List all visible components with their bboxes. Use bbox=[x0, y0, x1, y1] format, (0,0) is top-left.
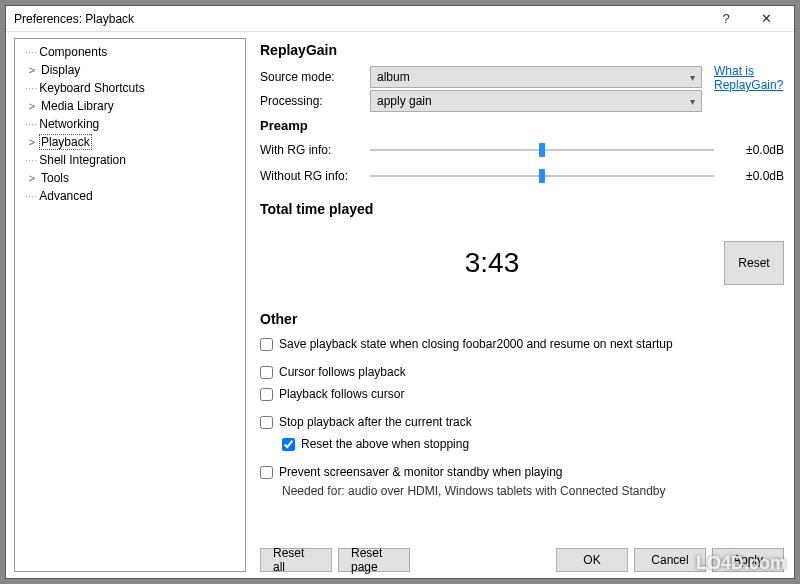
tree-item-label: Playback bbox=[39, 134, 92, 150]
playback-follows-label: Playback follows cursor bbox=[279, 387, 404, 401]
stop-after-label: Stop playback after the current track bbox=[279, 415, 472, 429]
tree-expand-icon[interactable]: > bbox=[25, 100, 39, 112]
chevron-down-icon: ▾ bbox=[690, 96, 695, 107]
tree-item-networking[interactable]: ····Networking bbox=[15, 115, 245, 133]
tree-expand-icon[interactable]: > bbox=[25, 64, 39, 76]
without-rg-value: ±0.0dB bbox=[714, 169, 784, 183]
prevent-ss-label: Prevent screensaver & monitor standby wh… bbox=[279, 465, 562, 479]
processing-label: Processing: bbox=[260, 94, 370, 108]
prevent-ss-checkbox[interactable] bbox=[260, 466, 273, 479]
without-rg-label: Without RG info: bbox=[260, 169, 370, 183]
processing-dropdown[interactable]: apply gain ▾ bbox=[370, 90, 702, 112]
tree-dotted-icon: ···· bbox=[25, 118, 37, 130]
tree-item-media-library[interactable]: >Media Library bbox=[15, 97, 245, 115]
processing-value: apply gain bbox=[377, 94, 432, 108]
preferences-window: Preferences: Playback ? ✕ ····Components… bbox=[5, 5, 795, 579]
tree-item-keyboard-shortcuts[interactable]: ····Keyboard Shortcuts bbox=[15, 79, 245, 97]
help-button[interactable]: ? bbox=[706, 7, 746, 31]
replaygain-title: ReplayGain bbox=[260, 42, 784, 58]
tree-dotted-icon: ···· bbox=[25, 82, 37, 94]
tree-item-label: Media Library bbox=[39, 99, 114, 113]
prevent-ss-checkbox-row[interactable]: Prevent screensaver & monitor standby wh… bbox=[260, 465, 784, 479]
tree-item-components[interactable]: ····Components bbox=[15, 43, 245, 61]
stop-after-checkbox[interactable] bbox=[260, 416, 273, 429]
reset-page-button[interactable]: Reset page bbox=[338, 548, 410, 572]
save-state-label: Save playback state when closing foobar2… bbox=[279, 337, 673, 351]
prevent-ss-hint: Needed for: audio over HDMI, Windows tab… bbox=[282, 484, 784, 498]
tree-item-tools[interactable]: >Tools bbox=[15, 169, 245, 187]
tree-item-label: Display bbox=[39, 63, 80, 77]
reset-time-button[interactable]: Reset bbox=[724, 241, 784, 285]
tree-expand-icon[interactable]: > bbox=[25, 136, 39, 148]
tree-dotted-icon: ···· bbox=[25, 46, 37, 58]
tree-item-label: Networking bbox=[37, 117, 99, 131]
tree-item-label: Keyboard Shortcuts bbox=[37, 81, 144, 95]
reset-above-label: Reset the above when stopping bbox=[301, 437, 469, 451]
cursor-follows-checkbox-row[interactable]: Cursor follows playback bbox=[260, 365, 784, 379]
cancel-button[interactable]: Cancel bbox=[634, 548, 706, 572]
reset-above-checkbox-row[interactable]: Reset the above when stopping bbox=[282, 437, 784, 451]
apply-button[interactable]: Apply bbox=[712, 548, 784, 572]
with-rg-label: With RG info: bbox=[260, 143, 370, 157]
source-mode-value: album bbox=[377, 70, 410, 84]
reset-all-button[interactable]: Reset all bbox=[260, 548, 332, 572]
ok-button[interactable]: OK bbox=[556, 548, 628, 572]
reset-above-checkbox[interactable] bbox=[282, 438, 295, 451]
cursor-follows-checkbox[interactable] bbox=[260, 366, 273, 379]
total-time-title: Total time played bbox=[260, 201, 784, 217]
cursor-follows-label: Cursor follows playback bbox=[279, 365, 406, 379]
titlebar: Preferences: Playback ? ✕ bbox=[6, 6, 794, 32]
tree-item-label: Components bbox=[37, 45, 107, 59]
dialog-body: ····Components>Display····Keyboard Short… bbox=[6, 32, 794, 578]
content-panel: ReplayGain Source mode: album ▾ Processi… bbox=[250, 32, 794, 578]
tree-item-label: Tools bbox=[39, 171, 69, 185]
source-mode-dropdown[interactable]: album ▾ bbox=[370, 66, 702, 88]
playback-follows-checkbox[interactable] bbox=[260, 388, 273, 401]
without-rg-slider[interactable] bbox=[370, 166, 714, 186]
save-state-checkbox-row[interactable]: Save playback state when closing foobar2… bbox=[260, 337, 784, 351]
close-button[interactable]: ✕ bbox=[746, 7, 786, 31]
chevron-down-icon: ▾ bbox=[690, 72, 695, 83]
tree-item-playback[interactable]: >Playback bbox=[15, 133, 245, 151]
tree-item-display[interactable]: >Display bbox=[15, 61, 245, 79]
tree-item-label: Shell Integration bbox=[37, 153, 126, 167]
window-title: Preferences: Playback bbox=[14, 12, 706, 26]
source-mode-label: Source mode: bbox=[260, 70, 370, 84]
with-rg-value: ±0.0dB bbox=[714, 143, 784, 157]
tree-dotted-icon: ···· bbox=[25, 190, 37, 202]
playback-follows-checkbox-row[interactable]: Playback follows cursor bbox=[260, 387, 784, 401]
save-state-checkbox[interactable] bbox=[260, 338, 273, 351]
other-title: Other bbox=[260, 311, 784, 327]
tree-item-label: Advanced bbox=[37, 189, 92, 203]
category-tree[interactable]: ····Components>Display····Keyboard Short… bbox=[14, 38, 246, 572]
tree-item-shell-integration[interactable]: ····Shell Integration bbox=[15, 151, 245, 169]
stop-after-checkbox-row[interactable]: Stop playback after the current track bbox=[260, 415, 784, 429]
total-time-value: 3:43 bbox=[260, 229, 724, 297]
tree-expand-icon[interactable]: > bbox=[25, 172, 39, 184]
preamp-title: Preamp bbox=[260, 118, 784, 133]
what-is-replaygain-link[interactable]: What is ReplayGain? bbox=[714, 64, 784, 93]
tree-dotted-icon: ···· bbox=[25, 154, 37, 166]
with-rg-slider[interactable] bbox=[370, 140, 714, 160]
tree-item-advanced[interactable]: ····Advanced bbox=[15, 187, 245, 205]
